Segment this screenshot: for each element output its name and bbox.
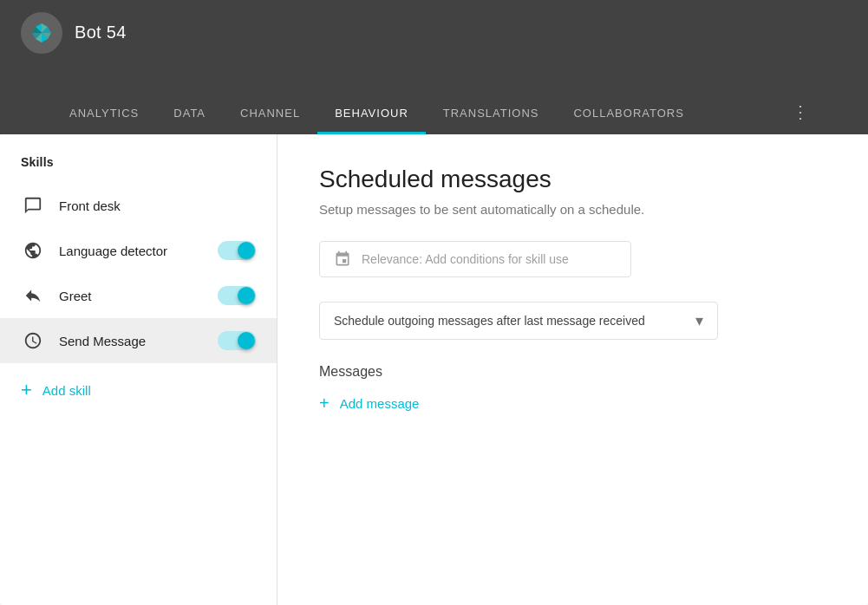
content-area: Scheduled messages Setup messages to be … xyxy=(277,134,868,605)
add-message-icon: + xyxy=(319,394,330,413)
globe-icon xyxy=(21,238,45,263)
tab-channel[interactable]: CHANNEL xyxy=(223,107,317,134)
toggle-thumb xyxy=(238,287,255,304)
tab-behaviour[interactable]: BEHAVIOUR xyxy=(317,107,426,134)
chat-icon xyxy=(21,193,45,218)
messages-heading: Messages xyxy=(319,364,826,380)
sidebar: Skills Front desk Language detector xyxy=(0,134,277,605)
more-menu-icon[interactable]: ⋮ xyxy=(785,101,816,122)
sidebar-item-language-detector[interactable]: Language detector xyxy=(0,228,277,273)
send-message-label: Send Message xyxy=(59,334,218,348)
schedule-label: Schedule outgoing messages after last me… xyxy=(334,314,645,328)
sidebar-item-front-desk[interactable]: Front desk xyxy=(0,183,277,228)
nav-tabs: ANALYTICS DATA CHANNEL BEHAVIOUR TRANSLA… xyxy=(0,65,868,134)
send-message-toggle[interactable] xyxy=(218,331,256,350)
header: Bot 54 ANALYTICS DATA CHANNEL BEHAVIOUR … xyxy=(0,0,868,134)
page-subtitle: Setup messages to be sent automatically … xyxy=(319,202,826,217)
tab-analytics[interactable]: ANALYTICS xyxy=(52,107,156,134)
greet-label: Greet xyxy=(59,289,218,303)
schedule-dropdown[interactable]: Schedule outgoing messages after last me… xyxy=(319,302,718,340)
header-top: Bot 54 xyxy=(0,0,868,65)
add-skill-button[interactable]: + Add skill xyxy=(0,367,277,413)
relevance-text: Relevance: Add conditions for skill use xyxy=(362,252,569,266)
skills-heading: Skills xyxy=(0,155,277,183)
reply-icon xyxy=(21,283,45,308)
language-detector-toggle[interactable] xyxy=(218,241,256,260)
toggle-thumb xyxy=(238,242,255,259)
toggle-thumb xyxy=(238,332,255,349)
page-title: Scheduled messages xyxy=(319,166,826,193)
add-skill-label: Add skill xyxy=(42,383,91,398)
bot-title: Bot 54 xyxy=(75,23,127,42)
tab-data[interactable]: DATA xyxy=(156,107,223,134)
front-desk-label: Front desk xyxy=(59,198,256,213)
relevance-icon xyxy=(334,250,351,268)
main-layout: Skills Front desk Language detector xyxy=(0,134,868,605)
greet-toggle[interactable] xyxy=(218,286,256,305)
add-skill-icon: + xyxy=(21,379,32,401)
chevron-down-icon: ▾ xyxy=(695,311,703,330)
add-message-label: Add message xyxy=(340,396,420,411)
sidebar-item-greet[interactable]: Greet xyxy=(0,273,277,318)
tab-collaborators[interactable]: COLLABORATORS xyxy=(556,107,701,134)
sidebar-item-send-message[interactable]: Send Message xyxy=(0,318,277,363)
add-message-button[interactable]: + Add message xyxy=(319,394,826,413)
tab-translations[interactable]: TRANSLATIONS xyxy=(426,107,557,134)
clock-icon xyxy=(21,329,45,353)
language-detector-label: Language detector xyxy=(59,244,218,258)
logo-circle xyxy=(21,12,62,54)
relevance-bar[interactable]: Relevance: Add conditions for skill use xyxy=(319,241,631,277)
